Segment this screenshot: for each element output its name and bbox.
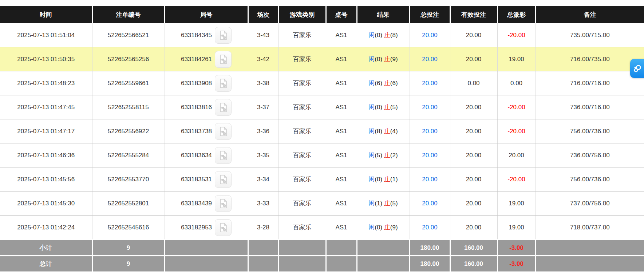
table-row[interactable]: 2025-07-13 01:48:23522652559661633183908… <box>0 71 644 95</box>
video-replay-button[interactable] <box>215 171 232 188</box>
table-header: 时间注单编号局号场次游戏类别桌号结果总投注有效投注总派彩备注 <box>0 6 644 23</box>
table-row[interactable]: 2025-07-13 01:51:04522652566521633184345… <box>0 23 644 47</box>
column-header-payout: 总派彩 <box>497 6 536 23</box>
round-number: 633183738 <box>181 128 212 135</box>
cell-total_bet: 20.00 <box>410 192 450 216</box>
cell-valid_bet: 20.00 <box>450 95 497 119</box>
video-replay-button[interactable] <box>215 147 232 164</box>
video-replay-icon <box>218 174 229 185</box>
table-row[interactable]: 2025-07-13 01:50:35522652565256633184261… <box>0 47 644 71</box>
cell-game: 百家乐 <box>278 119 326 143</box>
cell-remark: 756.00/736.00 <box>536 167 644 192</box>
result-score: (0) <box>375 104 382 111</box>
round-number: 633183908 <box>181 80 212 87</box>
subtotal-row: 小计9180.00160.00-3.00 <box>0 240 644 256</box>
total-cell-time: 总计 <box>0 256 92 272</box>
total-cell-bet_id: 9 <box>92 240 165 256</box>
total-cell-remark <box>536 256 644 272</box>
cell-bet_id: 522652545616 <box>92 216 165 240</box>
column-header-round: 局号 <box>165 6 248 23</box>
cell-valid_bet: 20.00 <box>450 192 497 216</box>
table-row[interactable]: 2025-07-13 01:45:56522652553770633183531… <box>0 167 644 192</box>
cell-remark: 756.00/736.00 <box>536 119 644 143</box>
video-replay-icon <box>218 54 229 65</box>
cell-game: 百家乐 <box>278 47 326 71</box>
cell-session: 3-36 <box>248 119 278 143</box>
column-header-table: 桌号 <box>326 6 357 23</box>
cell-session: 3-42 <box>248 47 278 71</box>
cell-total_bet: 20.00 <box>410 216 450 240</box>
cell-session: 3-37 <box>248 95 278 119</box>
cell-table: AS1 <box>326 167 357 192</box>
video-replay-button[interactable] <box>215 27 232 44</box>
result-score: (5) <box>390 104 398 111</box>
cell-total_bet: 20.00 <box>410 119 450 143</box>
table-row[interactable]: 2025-07-13 01:47:45522652558115633183816… <box>0 95 644 119</box>
total-cell-payout: -3.00 <box>497 240 536 256</box>
cell-round: 633183738 <box>165 119 248 143</box>
video-replay-icon <box>218 30 229 41</box>
cell-bet_id: 522652558115 <box>92 95 165 119</box>
table-row[interactable]: 2025-07-13 01:42:24522652545616633182953… <box>0 216 644 240</box>
player-result: 闲 <box>368 80 375 87</box>
table-row[interactable]: 2025-07-13 01:46:36522652555284633183634… <box>0 143 644 167</box>
cell-game: 百家乐 <box>278 167 326 192</box>
banker-result: 庄 <box>384 200 390 207</box>
cell-remark: 736.00/716.00 <box>536 95 644 119</box>
total-cell-payout: -3.00 <box>497 256 536 272</box>
video-replay-icon <box>218 222 229 233</box>
banker-result: 庄 <box>384 176 390 183</box>
cell-result: 闲(0) 庄(8) <box>357 23 410 47</box>
total-cell-round <box>165 256 248 272</box>
column-header-game: 游戏类别 <box>278 6 326 23</box>
round-number: 633183634 <box>181 152 212 159</box>
total-cell-total_bet: 180.00 <box>410 256 450 272</box>
video-replay-button[interactable] <box>215 219 232 236</box>
banker-result: 庄 <box>384 56 390 63</box>
video-replay-button[interactable] <box>215 123 232 140</box>
cell-table: AS1 <box>326 119 357 143</box>
cell-session: 3-35 <box>248 143 278 167</box>
total-cell-time: 小计 <box>0 240 92 256</box>
cell-payout: 0.00 <box>497 71 536 95</box>
player-result: 闲 <box>368 152 375 159</box>
result-score: (5) <box>390 200 398 207</box>
result-score: (6) <box>390 80 398 87</box>
cell-table: AS1 <box>326 143 357 167</box>
banker-result: 庄 <box>384 32 390 39</box>
total-cell-result <box>357 256 410 272</box>
result-score: (4) <box>390 128 398 135</box>
video-replay-icon <box>218 126 229 137</box>
cell-payout: 19.00 <box>497 47 536 71</box>
cell-valid_bet: 20.00 <box>450 47 497 71</box>
video-replay-button[interactable] <box>215 75 232 92</box>
banker-result: 庄 <box>384 104 390 111</box>
cell-remark: 736.00/756.00 <box>536 143 644 167</box>
result-score: (1) <box>390 176 398 183</box>
round-number: 633182953 <box>181 224 212 231</box>
column-header-result: 结果 <box>357 6 410 23</box>
cell-payout: -20.00 <box>497 119 536 143</box>
cell-game: 百家乐 <box>278 192 326 216</box>
video-replay-button[interactable] <box>215 99 232 116</box>
share-button[interactable] <box>630 59 644 78</box>
video-replay-button[interactable] <box>215 195 232 212</box>
cell-round: 633183816 <box>165 95 248 119</box>
cell-round: 633183908 <box>165 71 248 95</box>
cell-payout: -20.00 <box>497 95 536 119</box>
column-header-bet_id: 注单编号 <box>92 6 165 23</box>
video-replay-button[interactable] <box>215 51 232 68</box>
cell-time: 2025-07-13 01:47:17 <box>0 119 92 143</box>
cell-valid_bet: 20.00 <box>450 216 497 240</box>
cell-total_bet: 20.00 <box>410 47 450 71</box>
cell-result: 闲(0) 庄(1) <box>357 167 410 192</box>
cell-table: AS1 <box>326 71 357 95</box>
column-header-total_bet: 总投注 <box>410 6 450 23</box>
player-result: 闲 <box>368 32 375 39</box>
table-row[interactable]: 2025-07-13 01:47:17522652556922633183738… <box>0 119 644 143</box>
total-cell-bet_id: 9 <box>92 256 165 272</box>
cell-bet_id: 522652556922 <box>92 119 165 143</box>
table-row[interactable]: 2025-07-13 01:45:30522652552801633183439… <box>0 192 644 216</box>
cell-valid_bet: 0.00 <box>450 71 497 95</box>
cell-payout: -20.00 <box>497 167 536 192</box>
